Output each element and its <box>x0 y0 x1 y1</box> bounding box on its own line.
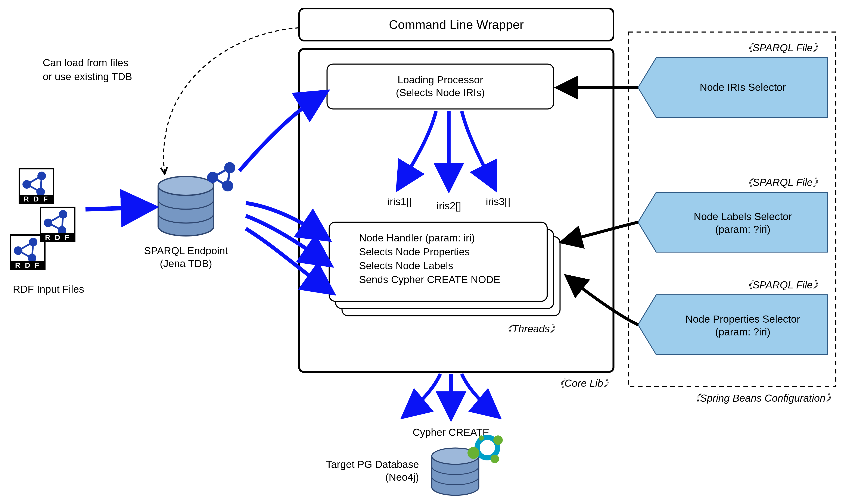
target-db: Target PG Database (Neo4j) <box>326 435 503 495</box>
svg-point-24 <box>222 180 233 192</box>
sparql-file-1-stereo: 《SPARQL File》 <box>742 42 823 53</box>
sparql-file-1-label: Node IRIs Selector <box>700 82 786 93</box>
rdf-input-files: R D F R D F <box>11 169 84 295</box>
svg-point-10 <box>480 440 495 455</box>
command-line-wrapper-label: Command Line Wrapper <box>389 18 524 31</box>
rdf-to-endpoint-arrow <box>86 207 149 209</box>
load-note-l1: Can load from files <box>43 57 128 68</box>
cypher-label: Cypher CREATE <box>412 427 489 438</box>
loading-processor: Loading Processor (Selects Node IRIs) <box>327 64 554 109</box>
iris3-label: iris3[] <box>486 196 511 207</box>
rdf-badge-1: R D F <box>24 195 49 203</box>
svg-point-22 <box>207 172 218 183</box>
sparql-endpoint-db-icon <box>158 177 214 236</box>
loading-processor-line2: (Selects Node IRIs) <box>396 87 485 98</box>
rdf-badge-3: R D F <box>15 261 41 269</box>
node-handler-line2: Selects Node Properties <box>359 246 470 257</box>
sparql-endpoint-label-l1: SPARQL Endpoint <box>144 245 228 256</box>
target-db-label-l1: Target PG Database <box>326 459 419 470</box>
sparql-file-3-stereo: 《SPARQL File》 <box>742 279 823 291</box>
svg-rect-2 <box>327 64 554 109</box>
sparql-file-2: 《SPARQL File》 Node Labels Selector (para… <box>638 177 827 252</box>
threads-stereotype: 《Threads》 <box>502 323 560 335</box>
sparql-file-2-label-l2: (param: ?iri) <box>715 224 770 235</box>
command-line-wrapper: Command Line Wrapper <box>299 8 613 41</box>
node-handler-line1: Node Handler (param: iri) <box>359 232 475 244</box>
sparql-file-3-label-l2: (param: ?iri) <box>715 326 770 338</box>
rdf-file-icon-2: R D F <box>41 207 75 241</box>
sparql-endpoint: SPARQL Endpoint (Jena TDB) <box>144 162 235 269</box>
sparql-file-1: 《SPARQL File》 Node IRIs Selector <box>638 42 827 118</box>
sparql-file-2-label-l1: Node Labels Selector <box>694 211 792 222</box>
rdf-badge-2: R D F <box>45 233 71 241</box>
svg-point-45 <box>22 180 31 188</box>
rdf-file-icon-3: R D F <box>11 235 45 269</box>
svg-point-29 <box>14 246 22 255</box>
cypher-arrows <box>406 374 496 414</box>
svg-point-23 <box>224 162 235 173</box>
spring-beans-stereotype: 《Spring Beans Configuration》 <box>690 393 836 404</box>
sparql-endpoint-label-l2: (Jena TDB) <box>160 258 212 269</box>
rdf-input-files-label: RDF Input Files <box>13 284 84 295</box>
svg-point-18 <box>158 177 214 195</box>
svg-point-14 <box>479 435 484 440</box>
svg-point-30 <box>29 238 37 246</box>
rdf-file-icon-1: R D F <box>19 169 53 203</box>
target-db-label-l2: (Neo4j) <box>386 471 419 483</box>
iris1-label: iris1[] <box>388 196 412 207</box>
sparql-file-3: 《SPARQL File》 Node Properties Selector (… <box>638 279 827 355</box>
core-lib-stereotype: 《Core Lib》 <box>554 378 613 389</box>
svg-point-37 <box>44 219 52 227</box>
iris2-label: iris2[] <box>437 200 461 212</box>
svg-point-12 <box>493 435 503 445</box>
load-note-l2: or use existing TDB <box>43 71 132 82</box>
sparql-file-3-label-l1: Node Properties Selector <box>685 313 800 325</box>
loading-processor-line1: Loading Processor <box>397 74 483 86</box>
sparql-file-2-stereo: 《SPARQL File》 <box>742 177 823 188</box>
node-handler-line3: Selects Node Labels <box>359 260 453 271</box>
diagram-canvas: Command Line Wrapper 《Core Lib》 Loading … <box>0 0 855 504</box>
node-handler-line4: Sends Cypher CREATE NODE <box>359 274 500 285</box>
svg-point-13 <box>491 455 499 463</box>
svg-point-11 <box>467 447 479 459</box>
svg-point-46 <box>37 172 46 180</box>
load-note: Can load from files or use existing TDB <box>43 28 299 173</box>
svg-point-38 <box>59 210 67 219</box>
